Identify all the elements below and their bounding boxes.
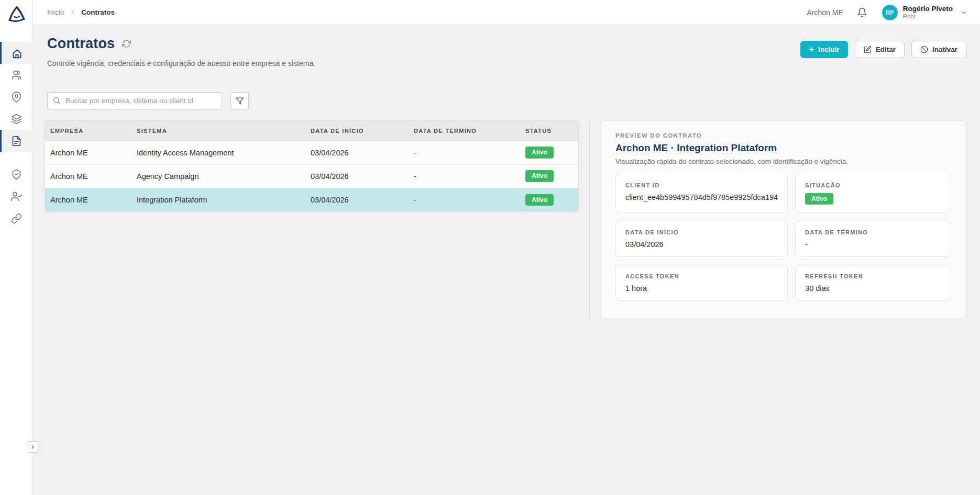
preview-card-label: DATA DE INÍCIO bbox=[625, 229, 778, 235]
cell-status: Ativo bbox=[520, 141, 578, 164]
preview-card: ACCESS TOKEN1 hora bbox=[615, 265, 788, 301]
contract-preview-panel: PREVIEW DO CONTRATO Archon ME · Integrat… bbox=[600, 120, 966, 319]
home-icon bbox=[11, 48, 22, 59]
cell-empresa: Archon ME bbox=[45, 164, 131, 188]
preview-card-label: CLIENT ID bbox=[625, 182, 778, 188]
chevron-right-icon bbox=[30, 444, 36, 450]
breadcrumb-current: Contratos bbox=[81, 8, 115, 16]
user-role: Root bbox=[903, 13, 953, 20]
topbar: Início Contratos Archon ME RP Rogério Pi… bbox=[32, 0, 980, 25]
sidebar-expand-button[interactable] bbox=[27, 441, 38, 453]
search-input[interactable] bbox=[47, 92, 222, 109]
contracts-table: EMPRESA SISTEMA DATA DE INÍCIO DATA DE T… bbox=[45, 120, 579, 212]
users-icon bbox=[11, 70, 22, 81]
cell-data-inicio: 03/04/2026 bbox=[305, 188, 409, 211]
ban-icon bbox=[920, 46, 928, 53]
preview-card-value: 03/04/2026 bbox=[625, 240, 778, 249]
incluir-button-label: Incluir bbox=[818, 46, 840, 53]
sidebar bbox=[0, 0, 32, 495]
sidebar-item-user-approval[interactable] bbox=[0, 185, 32, 207]
preview-card: SITUAÇÃOAtivo bbox=[795, 174, 951, 213]
preview-card-value: 1 hora bbox=[625, 284, 778, 292]
page-title: Contratos bbox=[47, 36, 115, 52]
bell-icon bbox=[857, 7, 867, 18]
table-row[interactable]: Archon MEAgency Campaign03/04/2026-Ativo bbox=[45, 164, 578, 188]
panel-divider bbox=[589, 120, 590, 319]
file-text-icon bbox=[11, 136, 22, 147]
preview-card-label: REFRESH TOKEN bbox=[805, 273, 941, 279]
cell-data-termino: - bbox=[409, 188, 520, 211]
sidebar-item-security[interactable] bbox=[0, 163, 32, 185]
sidebar-item-home[interactable] bbox=[0, 42, 32, 64]
preview-card: CLIENT IDclient_ee4b599495784d5f9785e992… bbox=[615, 174, 788, 213]
table-row[interactable]: Archon MEIdentity Access Management03/04… bbox=[45, 141, 578, 164]
status-badge: Ativo bbox=[525, 170, 554, 182]
table-row[interactable]: Archon MEIntegration Plataform03/04/2026… bbox=[45, 188, 578, 211]
layers-icon bbox=[11, 114, 22, 125]
preview-card: DATA DE TÉRMINO- bbox=[795, 221, 951, 257]
preview-card: REFRESH TOKEN30 dias bbox=[795, 265, 951, 301]
page-subtitle: Controle vigência, credenciais e configu… bbox=[47, 59, 315, 68]
app-logo bbox=[0, 0, 32, 29]
cell-data-termino: - bbox=[409, 141, 520, 164]
cell-data-inicio: 03/04/2026 bbox=[305, 141, 409, 164]
refresh-button[interactable] bbox=[122, 39, 131, 48]
column-header-status: STATUS bbox=[520, 121, 578, 141]
cell-empresa: Archon ME bbox=[45, 141, 131, 164]
archon-logo-icon bbox=[6, 5, 26, 25]
preview-description: Visualização rápida do contrato selecion… bbox=[615, 158, 951, 165]
inativar-button[interactable]: Inativar bbox=[911, 41, 966, 58]
column-header-sistema: SISTEMA bbox=[131, 121, 305, 141]
avatar[interactable]: RP bbox=[882, 5, 898, 20]
shield-check-icon bbox=[11, 169, 22, 180]
preview-card-label: ACCESS TOKEN bbox=[625, 273, 778, 279]
user-menu-button[interactable] bbox=[960, 9, 967, 16]
inativar-button-label: Inativar bbox=[932, 46, 957, 53]
sidebar-item-locations[interactable] bbox=[0, 86, 32, 108]
preview-card-label: SITUAÇÃO bbox=[805, 182, 941, 188]
sidebar-item-systems[interactable] bbox=[0, 108, 32, 130]
cell-sistema: Agency Campaign bbox=[131, 164, 305, 188]
main-content: Contratos Controle vigência, credenciais… bbox=[32, 25, 980, 495]
preview-eyebrow: PREVIEW DO CONTRATO bbox=[615, 132, 951, 139]
search-icon bbox=[52, 96, 61, 105]
cell-status: Ativo bbox=[520, 188, 578, 211]
notifications-button[interactable] bbox=[857, 7, 867, 18]
sidebar-item-contracts[interactable] bbox=[0, 130, 32, 152]
filter-button[interactable] bbox=[230, 92, 249, 109]
status-badge: Ativo bbox=[525, 147, 554, 158]
status-badge: Ativo bbox=[525, 194, 554, 206]
cell-data-inicio: 03/04/2026 bbox=[305, 164, 409, 188]
cell-empresa: Archon ME bbox=[45, 188, 131, 211]
breadcrumb-home[interactable]: Início bbox=[47, 8, 64, 16]
breadcrumb-separator-icon bbox=[69, 9, 76, 16]
editar-button[interactable]: Editar bbox=[855, 41, 905, 58]
column-header-empresa: EMPRESA bbox=[45, 121, 131, 141]
preview-card-value: 30 dias bbox=[805, 284, 941, 292]
preview-card-value: client_ee4b599495784d5f9785e9925fdca194 bbox=[625, 193, 778, 201]
preview-card: DATA DE INÍCIO03/04/2026 bbox=[615, 221, 788, 257]
sidebar-item-integrations[interactable] bbox=[0, 207, 32, 229]
cell-data-termino: - bbox=[409, 164, 520, 188]
refresh-icon bbox=[122, 39, 131, 48]
incluir-button[interactable]: + Incluir bbox=[800, 41, 847, 58]
map-pin-icon bbox=[11, 92, 22, 103]
edit-icon bbox=[864, 46, 872, 53]
preview-title: Archon ME · Integration Plataform bbox=[615, 142, 951, 154]
editar-button-label: Editar bbox=[876, 46, 896, 53]
situacao-badge: Ativo bbox=[805, 193, 833, 205]
cell-status: Ativo bbox=[520, 164, 578, 188]
user-name: Rogério Piveto bbox=[903, 5, 953, 13]
cell-sistema: Identity Access Management bbox=[131, 141, 305, 164]
sidebar-item-users[interactable] bbox=[0, 64, 32, 86]
chevron-down-icon bbox=[960, 9, 967, 16]
column-header-data-termino: DATA DE TÉRMINO bbox=[409, 121, 520, 141]
user-check-icon bbox=[11, 191, 22, 202]
link-icon bbox=[11, 213, 22, 224]
company-label: Archon ME bbox=[807, 8, 843, 17]
funnel-icon bbox=[236, 97, 244, 105]
table-header-row: EMPRESA SISTEMA DATA DE INÍCIO DATA DE T… bbox=[45, 121, 578, 141]
plus-icon: + bbox=[809, 45, 814, 54]
cell-sistema: Integration Plataform bbox=[131, 188, 305, 211]
column-header-data-inicio: DATA DE INÍCIO bbox=[305, 121, 409, 141]
